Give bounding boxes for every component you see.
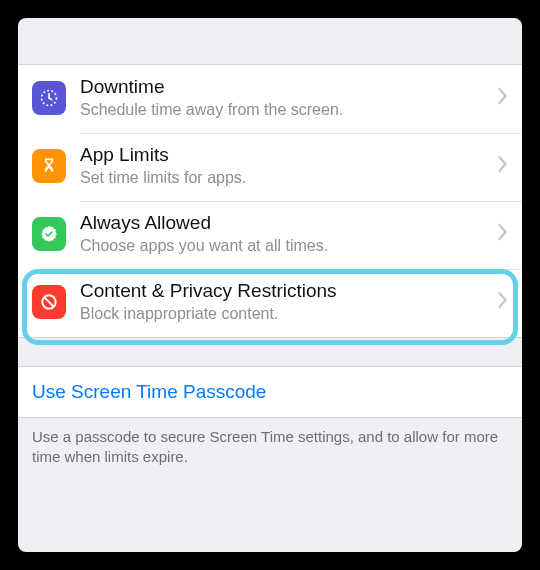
row-use-passcode[interactable]: Use Screen Time Passcode — [18, 366, 522, 418]
settings-group: Downtime Schedule time away from the scr… — [18, 64, 522, 338]
use-passcode-link[interactable]: Use Screen Time Passcode — [32, 381, 266, 402]
row-always-allowed[interactable]: Always Allowed Choose apps you want at a… — [18, 201, 522, 269]
row-subtitle: Set time limits for apps. — [80, 168, 491, 187]
row-app-limits[interactable]: App Limits Set time limits for apps. — [18, 133, 522, 201]
hourglass-icon — [32, 149, 66, 183]
no-symbol-icon — [32, 285, 66, 319]
row-subtitle: Block inappropriate content. — [80, 304, 491, 323]
row-texts: App Limits Set time limits for apps. — [80, 144, 491, 188]
chevron-right-icon — [497, 155, 508, 177]
row-title: Content & Privacy Restrictions — [80, 280, 491, 303]
chevron-right-icon — [497, 223, 508, 245]
group-footer: Use a passcode to secure Screen Time set… — [18, 418, 522, 468]
spacer — [18, 338, 522, 366]
downtime-icon — [32, 81, 66, 115]
checkmark-seal-icon — [32, 217, 66, 251]
row-texts: Content & Privacy Restrictions Block ina… — [80, 280, 491, 324]
row-texts: Downtime Schedule time away from the scr… — [80, 76, 491, 120]
row-title: Always Allowed — [80, 212, 491, 235]
row-title: App Limits — [80, 144, 491, 167]
chevron-right-icon — [497, 87, 508, 109]
spacer-top — [18, 18, 522, 64]
row-downtime[interactable]: Downtime Schedule time away from the scr… — [18, 65, 522, 133]
chevron-right-icon — [497, 291, 508, 313]
row-subtitle: Schedule time away from the screen. — [80, 100, 491, 119]
row-title: Downtime — [80, 76, 491, 99]
row-texts: Always Allowed Choose apps you want at a… — [80, 212, 491, 256]
settings-screen: Downtime Schedule time away from the scr… — [18, 18, 522, 552]
row-subtitle: Choose apps you want at all times. — [80, 236, 491, 255]
row-content-privacy[interactable]: Content & Privacy Restrictions Block ina… — [18, 269, 522, 337]
